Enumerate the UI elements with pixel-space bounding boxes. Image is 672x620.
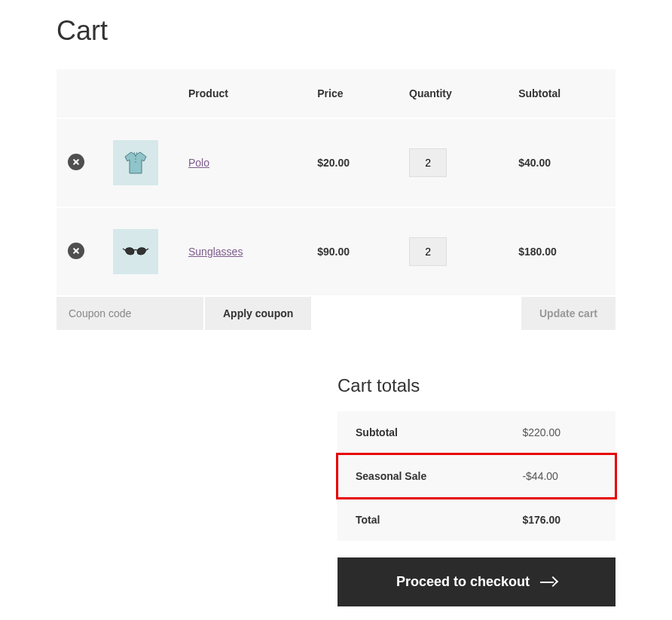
totals-total-label: Total <box>338 498 504 542</box>
polo-shirt-icon <box>121 148 151 178</box>
product-thumbnail[interactable] <box>113 140 158 185</box>
totals-discount-row: Seasonal Sale -$44.00 <box>338 454 615 498</box>
product-thumbnail[interactable] <box>113 229 158 274</box>
remove-item-button[interactable] <box>68 154 84 170</box>
arrow-right-icon <box>540 578 557 587</box>
quantity-input[interactable] <box>409 148 447 177</box>
page-title: Cart <box>57 15 615 47</box>
apply-coupon-button[interactable]: Apply coupon <box>205 297 311 330</box>
coupon-row: Apply coupon Update cart <box>57 297 615 330</box>
update-cart-button[interactable]: Update cart <box>521 297 615 330</box>
subtotal-cell: $40.00 <box>518 157 551 169</box>
coupon-input[interactable] <box>57 297 203 330</box>
price-cell: $90.00 <box>317 246 350 258</box>
col-header-subtotal: Subtotal <box>507 69 615 118</box>
checkout-button-label: Proceed to checkout <box>396 574 530 590</box>
quantity-input[interactable] <box>409 237 447 266</box>
cart-totals-title: Cart totals <box>338 375 615 396</box>
totals-subtotal-label: Subtotal <box>338 411 504 454</box>
col-header-price: Price <box>306 69 398 118</box>
remove-item-button[interactable] <box>68 243 84 259</box>
totals-total-value: $176.00 <box>504 498 615 542</box>
table-row: Polo $20.00 $40.00 <box>57 118 615 207</box>
product-link[interactable]: Sunglasses <box>188 246 243 258</box>
table-row: Sunglasses $90.00 $180.00 <box>57 207 615 295</box>
totals-table: Subtotal $220.00 Seasonal Sale -$44.00 T… <box>338 411 615 542</box>
svg-point-1 <box>135 161 136 163</box>
totals-discount-label: Seasonal Sale <box>338 454 504 498</box>
totals-total-row: Total $176.00 <box>338 498 615 542</box>
cart-totals-section: Cart totals Subtotal $220.00 Seasonal Sa… <box>338 375 615 606</box>
svg-point-0 <box>135 158 136 160</box>
price-cell: $20.00 <box>317 157 350 169</box>
col-header-thumb <box>102 69 177 118</box>
totals-discount-value: -$44.00 <box>504 454 615 498</box>
sunglasses-icon <box>121 237 151 267</box>
col-header-quantity: Quantity <box>398 69 507 118</box>
col-header-remove <box>57 69 102 118</box>
product-link[interactable]: Polo <box>188 157 209 169</box>
subtotal-cell: $180.00 <box>518 246 557 258</box>
totals-subtotal-row: Subtotal $220.00 <box>338 411 615 454</box>
cart-table: Product Price Quantity Subtotal <box>57 69 615 295</box>
col-header-product: Product <box>177 69 306 118</box>
totals-subtotal-value: $220.00 <box>504 411 615 454</box>
proceed-to-checkout-button[interactable]: Proceed to checkout <box>338 557 615 606</box>
